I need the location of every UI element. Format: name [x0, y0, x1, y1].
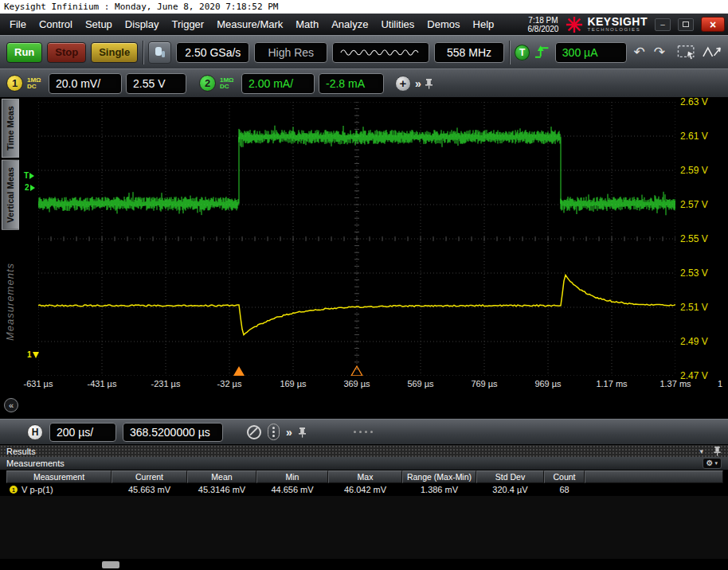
menu-item-help[interactable]: Help	[467, 18, 501, 30]
stop-button[interactable]: Stop	[47, 42, 86, 63]
menu-item-display[interactable]: Display	[119, 18, 166, 30]
column-header-mean[interactable]: Mean	[187, 470, 256, 483]
collapse-panel-button[interactable]: «	[4, 398, 18, 412]
channel-1-offset-marker[interactable]: 1	[27, 350, 39, 359]
measurement-value-cell: 44.656 mV	[256, 485, 328, 494]
results-table-row[interactable]: 1 V p-p(1) 45.663 mV45.3146 mV44.656 mV4…	[6, 483, 723, 496]
timebase-position-display[interactable]: 368.5200000 µs	[123, 423, 223, 442]
menu-item-demos[interactable]: Demos	[421, 18, 466, 30]
measurement-marker: 1	[10, 486, 18, 494]
x-axis-labels: -631 µs-431 µs-231 µs-32 µs169 µs369 µs5…	[38, 379, 675, 390]
clock-time: 7:18 PM	[527, 16, 558, 25]
horizontal-letter: H	[32, 427, 39, 438]
acquisition-options-button[interactable]	[268, 424, 280, 440]
close-button[interactable]: ×	[701, 17, 725, 32]
x-axis-label: -431 µs	[88, 379, 117, 388]
column-header-max[interactable]: Max	[328, 470, 402, 483]
channel-2-scale-display[interactable]: 2.00 mA/	[241, 73, 315, 94]
undo-button[interactable]: ↶	[632, 44, 647, 61]
autoscale-icon[interactable]	[702, 45, 722, 61]
left-tab-vertical-meas[interactable]: Vertical Meas	[2, 160, 19, 230]
column-header-range-max-min[interactable]: Range (Max-Min)	[402, 470, 476, 483]
channel-1-offset-display[interactable]: 2.55 V	[126, 73, 186, 94]
results-table-header: MeasurementCurrentMeanMinMaxRange (Max-M…	[6, 470, 723, 483]
menu-item-measure-mark[interactable]: Measure/Mark	[210, 18, 289, 30]
run-button[interactable]: Run	[6, 42, 42, 63]
graticule-svg[interactable]	[38, 102, 675, 376]
minimize-button[interactable]: –	[655, 18, 671, 31]
redo-button[interactable]: ↷	[652, 44, 667, 61]
menu-item-control[interactable]: Control	[33, 18, 79, 30]
results-header-right: ▾	[699, 446, 722, 456]
column-header-std-dev[interactable]: Std Dev	[476, 470, 544, 483]
timebase-chevrons[interactable]: »	[286, 426, 292, 439]
menu-item-setup[interactable]: Setup	[79, 18, 119, 30]
channel-2-ground-marker[interactable]: 2	[25, 183, 35, 192]
bandwidth-display[interactable]: 558 MHz	[434, 42, 504, 63]
restore-button[interactable]	[678, 18, 694, 31]
y-axis-label: 2.63 V	[680, 96, 708, 107]
brand-sub: TECHNOLOGIES	[587, 27, 648, 32]
acq-mode-display[interactable]: High Res	[254, 42, 327, 63]
column-header-current[interactable]: Current	[112, 470, 187, 483]
channel-expand-chevrons[interactable]: »	[415, 77, 421, 90]
menu-item-file[interactable]: File	[3, 18, 33, 30]
measurements-tab-bar: Measurements ⚙ ▾	[0, 457, 728, 470]
trigger-source-button[interactable]: T	[515, 45, 530, 61]
timebase-scale-display[interactable]: 200 µs/	[49, 423, 116, 442]
x-axis-label: 1.17 ms	[596, 379, 627, 388]
y-axis-label: 2.53 V	[680, 267, 708, 279]
brand-name: KEYSIGHT	[587, 17, 648, 27]
y-axis-label: 2.51 V	[680, 302, 708, 313]
add-channel-button[interactable]: +	[395, 76, 411, 92]
trigger-edge-icon[interactable]	[534, 45, 550, 61]
sample-rate-display[interactable]: 2.50 GSa/s	[176, 42, 249, 63]
measurements-tab[interactable]: Measurements	[6, 459, 65, 468]
channel-2-button[interactable]: 2	[199, 75, 216, 92]
single-button[interactable]: Single	[91, 42, 138, 63]
column-header-min[interactable]: Min	[256, 470, 328, 483]
x-axis-label: 169 µs	[280, 379, 306, 388]
trigger-level-display[interactable]: 300 µA	[555, 42, 627, 63]
x-axis-label: 569 µs	[407, 379, 433, 388]
pin-icon[interactable]	[298, 427, 307, 438]
channel-2-offset-display[interactable]: -2.8 mA	[319, 73, 384, 94]
restore-icon	[683, 21, 689, 27]
results-pin-icon[interactable]	[713, 446, 722, 456]
measurement-value-cell: 45.3146 mV	[187, 485, 256, 494]
results-dropdown-icon[interactable]: ▾	[699, 447, 703, 455]
bandwidth-value: 558 MHz	[447, 46, 491, 59]
touch-button[interactable]	[148, 41, 171, 64]
left-tab-time-meas[interactable]: Time Meas	[2, 99, 19, 158]
column-header-measurement[interactable]: Measurement	[6, 470, 112, 483]
y-axis-label: 2.49 V	[680, 336, 708, 347]
channel-1-scale-display[interactable]: 20.0 mV/	[49, 73, 122, 94]
toolbar-separator	[143, 41, 143, 64]
column-header-count[interactable]: Count	[544, 470, 585, 483]
toolbar: Run Stop Single 2.50 GSa/s High Res 558 …	[0, 35, 728, 68]
clock: 7:18 PM 6/8/2020	[527, 16, 558, 33]
pin-icon[interactable]	[425, 78, 433, 89]
menu-bar-right: 7:18 PM 6/8/2020 KEYSIGHT TECHNOLOGIES –…	[527, 16, 725, 33]
x-axis-label: 969 µs	[534, 379, 561, 388]
trigger-level-marker[interactable]: T	[24, 171, 34, 180]
bottom-strip	[0, 559, 728, 570]
column-header-filler	[585, 470, 723, 483]
menu-item-utilities[interactable]: Utilities	[374, 18, 421, 30]
measurements-settings-button[interactable]: ⚙ ▾	[703, 458, 722, 469]
menu-item-trigger[interactable]: Trigger	[165, 18, 210, 30]
gear-icon: ⚙	[706, 459, 714, 467]
waveform-shape-icon	[339, 45, 422, 60]
menu-item-analyze[interactable]: Analyze	[325, 18, 374, 30]
channel-1-button[interactable]: 1	[6, 75, 23, 92]
keysight-spark-icon	[566, 16, 583, 33]
panel-resize-grip[interactable]	[354, 431, 373, 433]
scope-area: Time MeasVertical Meas Measurements « 2.…	[0, 97, 728, 419]
trigger-letter: T	[519, 47, 525, 58]
zoom-icon[interactable]	[247, 425, 261, 439]
horizontal-button[interactable]: H	[27, 424, 43, 440]
bandwidth-shape-display[interactable]	[332, 42, 429, 63]
menu-item-math[interactable]: Math	[289, 18, 325, 30]
channel-1-marker-label: 1	[27, 350, 32, 359]
pointer-box-icon[interactable]	[677, 45, 697, 61]
